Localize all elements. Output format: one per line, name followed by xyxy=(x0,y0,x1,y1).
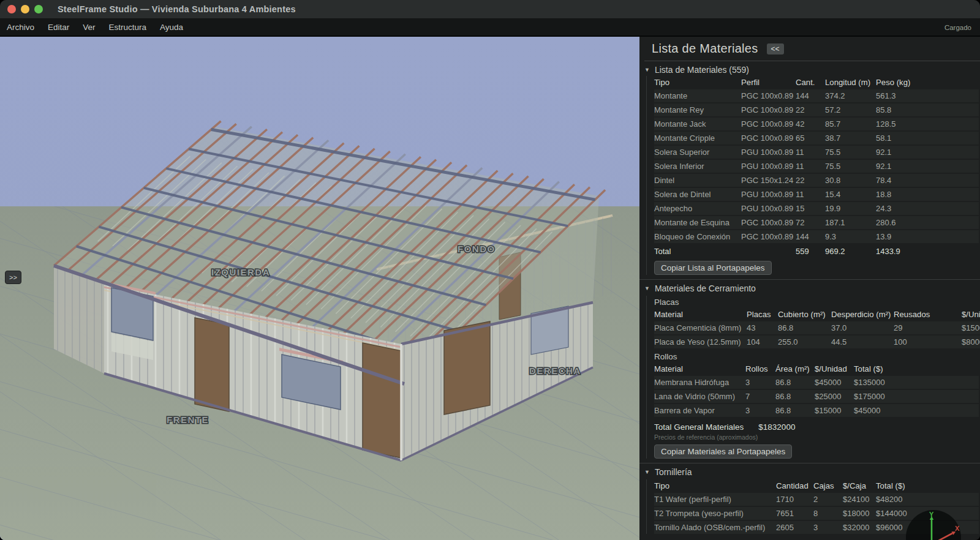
bom-table: TipoPerfilCant.Longitud (m)Peso (kg)Mont… xyxy=(654,76,980,258)
cell: Cajas xyxy=(813,481,843,490)
cell: Desperdicio (m²) xyxy=(831,310,894,319)
total-general-line: Total General Materiales $1832000 xyxy=(654,420,980,433)
table-row: Bloqueo de ConexiónPGC 100x0.891449.313.… xyxy=(654,230,979,243)
cell: 22 xyxy=(796,105,825,114)
cell: Cant. xyxy=(796,78,825,87)
copy-bom-button[interactable]: Copiar Lista al Portapapeles xyxy=(654,261,772,275)
wall-label-frente: FRENTE xyxy=(167,414,209,425)
collapse-triangle-icon: ▼ xyxy=(644,469,650,475)
menu-editar[interactable]: Editar xyxy=(41,21,76,34)
table-row: Montante ReyPGC 100x0.892257.285.8 xyxy=(654,103,979,116)
cell: 44.5 xyxy=(831,337,894,347)
cell: Bloqueo de Conexión xyxy=(654,232,741,241)
cell: 280.6 xyxy=(876,218,979,227)
cell: $15000 xyxy=(962,323,980,332)
axis-gizmo[interactable]: Y X Z xyxy=(905,509,962,540)
cell: Montante Jack xyxy=(654,119,741,129)
cell: Placa de Yeso (12.5mm) xyxy=(654,337,747,347)
cell: Montante de Esquina xyxy=(654,218,741,227)
cell: $15000 xyxy=(815,406,854,415)
cell: 65 xyxy=(796,133,825,143)
cell: PGC 150x1.24 xyxy=(741,176,796,185)
cell: Reusados xyxy=(894,310,962,319)
collapse-triangle-icon: ▼ xyxy=(644,285,650,291)
cell: 8 xyxy=(813,509,843,518)
cell: $175000 xyxy=(854,392,979,401)
cell: Montante Rey xyxy=(654,105,741,114)
menu-estructura[interactable]: Estructura xyxy=(102,21,154,34)
cell: 3 xyxy=(745,378,775,387)
cell: Peso (kg) xyxy=(876,78,979,87)
panel-collapse-button[interactable]: << xyxy=(767,43,784,54)
cell: 86.8 xyxy=(775,406,815,415)
cell: 29 xyxy=(894,323,962,332)
menu-archivo[interactable]: Archivo xyxy=(0,21,41,34)
collapse-triangle-icon: ▼ xyxy=(644,67,650,73)
cell: Longitud (m) xyxy=(825,78,876,87)
cell: Cantidad xyxy=(776,481,813,490)
cell: PGU 100x0.89 xyxy=(741,204,796,213)
table-row: Placa Cementicia (8mm)4386.837.029$15000 xyxy=(654,321,980,334)
cell: 72 xyxy=(796,218,825,227)
table-row: AntepechoPGU 100x0.891519.924.3 xyxy=(654,202,979,215)
cell: 15 xyxy=(796,204,825,213)
cell: Material xyxy=(654,310,747,319)
section-header-bom[interactable]: ▼ Lista de Materiales (559) xyxy=(644,64,980,76)
cell: $/Unidad xyxy=(815,364,854,373)
panel-title: Lista de Materiales xyxy=(652,42,758,56)
table-row: Barrera de Vapor386.8$15000$45000 xyxy=(654,404,979,417)
cell: Perfil xyxy=(741,78,796,87)
cell: Placas xyxy=(747,310,778,319)
cell: Total xyxy=(654,247,741,256)
cell: $45000 xyxy=(815,378,854,387)
cell: 104 xyxy=(747,337,778,347)
materials-panel: Lista de Materiales << ▼ Lista de Materi… xyxy=(639,37,980,540)
panel-expand-button[interactable]: >> xyxy=(5,271,21,284)
cell: PGC 100x0.89 xyxy=(741,91,796,100)
cell: Solera de Dintel xyxy=(654,190,741,199)
maximize-window-button[interactable] xyxy=(34,5,43,13)
cell: 24.3 xyxy=(876,204,979,213)
cell: 7651 xyxy=(776,509,813,518)
cell: 3 xyxy=(745,406,775,415)
viewport-3d[interactable]: IZQUIERDA FONDO DERECHA FRENTE >> xyxy=(0,37,639,540)
separator xyxy=(639,463,980,463)
table-row: MontantePGC 100x0.89144374.2561.3 xyxy=(654,89,979,102)
cell: 86.8 xyxy=(778,323,831,332)
cell: $/Caja xyxy=(843,481,876,490)
cell: 75.5 xyxy=(825,162,876,171)
section-bom: ▼ Lista de Materiales (559) TipoPerfilCa… xyxy=(644,64,980,275)
table-row: Lana de Vidrio (50mm)786.8$25000$175000 xyxy=(654,390,979,403)
cell: 11 xyxy=(796,162,825,171)
cell: 144 xyxy=(796,91,825,100)
minimize-window-button[interactable] xyxy=(21,5,29,13)
cell: 37.0 xyxy=(831,323,894,332)
menu-ver[interactable]: Ver xyxy=(76,21,102,34)
cell: Cubierto (m²) xyxy=(778,310,831,319)
status-loaded: Cargado xyxy=(944,24,980,31)
copy-materials-button[interactable]: Copiar Materiales al Portapapeles xyxy=(654,444,792,459)
cell: 11 xyxy=(796,190,825,199)
cell: 15.4 xyxy=(825,190,876,199)
cell: 1433.9 xyxy=(876,247,979,256)
cell: $8000 xyxy=(962,337,980,347)
section-cerramiento: ▼ Materiales de Cerramiento Placas Mater… xyxy=(644,282,980,459)
table-row: Montante de EsquinaPGC 100x0.8972187.128… xyxy=(654,216,979,229)
cell: Dintel xyxy=(654,176,741,185)
wall-label-izquierda: IZQUIERDA xyxy=(211,267,270,277)
cell: $32000 xyxy=(843,523,876,532)
cell: $135000 xyxy=(854,378,979,387)
cell: 144 xyxy=(796,232,825,241)
cell: $48200 xyxy=(876,495,979,504)
cell: $24100 xyxy=(843,495,876,504)
cell: 19.9 xyxy=(825,204,876,213)
cell: PGC 100x0.89 xyxy=(741,133,796,143)
close-window-button[interactable] xyxy=(7,5,16,13)
cell: 78.4 xyxy=(876,176,979,185)
section-header-tornilleria[interactable]: ▼ Tornillería xyxy=(644,466,980,478)
cell: T1 Wafer (perfil-perfil) xyxy=(654,495,776,504)
cell: PGU 100x0.89 xyxy=(741,148,796,157)
wall-label-fondo: FONDO xyxy=(458,244,496,254)
section-header-cerramiento[interactable]: ▼ Materiales de Cerramiento xyxy=(644,282,980,294)
menu-ayuda[interactable]: Ayuda xyxy=(153,21,190,34)
